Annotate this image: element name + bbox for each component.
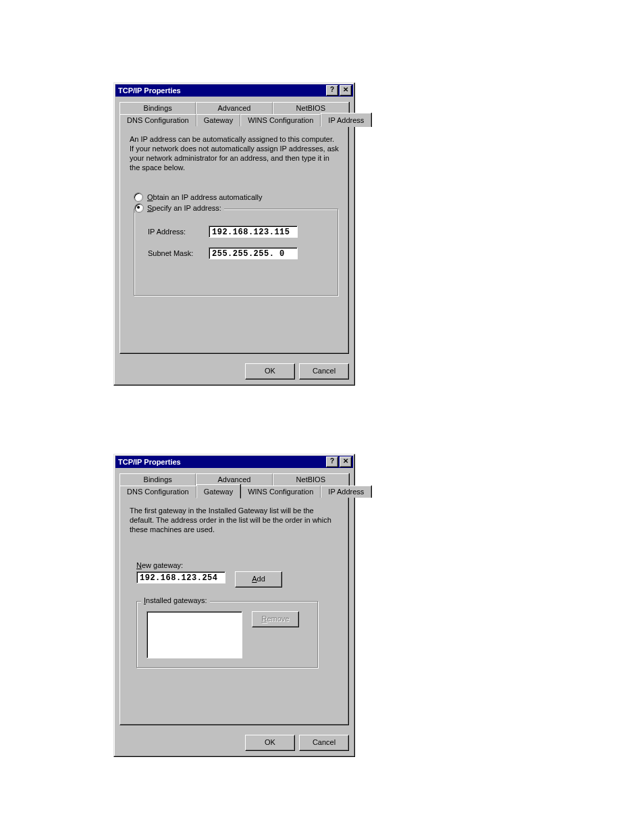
- new-gateway-input[interactable]: 192.168.123.254: [136, 571, 225, 583]
- specify-ip-groupbox: Specify an IP address: IP Address: 192.1…: [134, 209, 339, 296]
- radio-specify-ip[interactable]: [134, 203, 144, 213]
- installed-gateways-list[interactable]: [146, 611, 242, 658]
- tab-wins-configuration[interactable]: WINS Configuration: [240, 486, 321, 498]
- window-title: TCP/IP Properties: [117, 458, 325, 466]
- tab-gateway[interactable]: Gateway: [196, 114, 240, 126]
- radio-specify-label: Specify an IP address:: [147, 204, 221, 212]
- tab-dns-configuration[interactable]: DNS Configuration: [119, 486, 196, 498]
- cancel-button[interactable]: Cancel: [299, 363, 349, 380]
- tab-dns-configuration[interactable]: DNS Configuration: [119, 114, 196, 126]
- help-button[interactable]: ?: [326, 85, 338, 96]
- tabs-front-row: DNS Configuration Gateway WINS Configura…: [119, 114, 349, 126]
- dialog-body: Bindings Advanced NetBIOS DNS Configurat…: [114, 469, 354, 731]
- radio-obtain-label: Obtain an IP address automatically: [147, 193, 262, 201]
- tab-panel-gateway: The first gateway in the Installed Gatew…: [119, 497, 349, 725]
- dialog-body: Bindings Advanced NetBIOS DNS Configurat…: [114, 98, 354, 359]
- radio-obtain-row[interactable]: Obtain an IP address automatically: [134, 192, 339, 202]
- tabs-back-row: Bindings Advanced NetBIOS: [119, 102, 349, 114]
- description-text: An IP address can be automatically assig…: [130, 134, 339, 172]
- ip-address-input[interactable]: 192.168.123.115: [209, 226, 298, 238]
- dialog-button-row: OK Cancel: [114, 359, 354, 385]
- tab-advanced[interactable]: Advanced: [196, 102, 272, 114]
- cancel-button[interactable]: Cancel: [299, 735, 349, 751]
- description-text: The first gateway in the Installed Gatew…: [130, 506, 339, 534]
- titlebar[interactable]: TCP/IP Properties ? ✕: [115, 84, 353, 97]
- titlebar[interactable]: TCP/IP Properties ? ✕: [115, 456, 353, 468]
- new-gateway-label: New gateway:: [136, 561, 339, 569]
- installed-gateways-label: Installed gateways:: [141, 596, 210, 604]
- tab-ip-address[interactable]: IP Address: [321, 113, 371, 127]
- radio-obtain-auto[interactable]: [134, 192, 143, 202]
- close-button[interactable]: ✕: [340, 85, 352, 96]
- radio-specify-legend[interactable]: Specify an IP address:: [134, 203, 224, 213]
- ok-button[interactable]: OK: [245, 735, 295, 751]
- ok-button[interactable]: OK: [245, 363, 295, 380]
- subnet-mask-label: Subnet Mask:: [148, 249, 209, 257]
- tcpip-properties-dialog-gateway: TCP/IP Properties ? ✕ Bindings Advanced …: [113, 454, 355, 757]
- remove-button[interactable]: Remove: [252, 611, 299, 627]
- tab-bindings[interactable]: Bindings: [119, 473, 196, 486]
- tab-ip-address[interactable]: IP Address: [321, 486, 371, 498]
- window-title: TCP/IP Properties: [117, 86, 325, 95]
- subnet-mask-input[interactable]: 255.255.255. 0: [209, 247, 298, 259]
- add-button[interactable]: Add: [235, 571, 282, 588]
- tabs-front-row: DNS Configuration Gateway WINS Configura…: [119, 486, 349, 498]
- installed-gateways-groupbox: Installed gateways: Remove: [136, 601, 319, 669]
- tab-gateway[interactable]: Gateway: [196, 484, 240, 498]
- close-button[interactable]: ✕: [340, 457, 352, 467]
- tcpip-properties-dialog-ipaddress: TCP/IP Properties ? ✕ Bindings Advanced …: [113, 82, 355, 386]
- tab-panel-ip-address: An IP address can be automatically assig…: [119, 126, 349, 354]
- dialog-button-row: OK Cancel: [114, 731, 354, 756]
- tab-bindings[interactable]: Bindings: [119, 102, 196, 114]
- ip-address-label: IP Address:: [148, 228, 209, 236]
- tab-netbios[interactable]: NetBIOS: [273, 473, 349, 486]
- tab-wins-configuration[interactable]: WINS Configuration: [240, 114, 321, 126]
- help-button[interactable]: ?: [326, 457, 338, 467]
